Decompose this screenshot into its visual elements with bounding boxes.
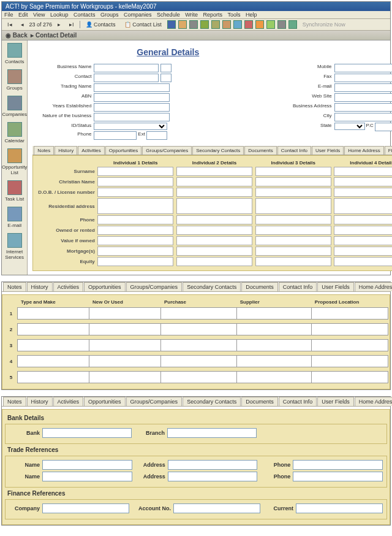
equipment-cell[interactable] — [17, 355, 90, 367]
equipment-cell[interactable] — [311, 339, 388, 351]
sidebar-companies[interactable]: Companies — [2, 96, 27, 117]
tab-documents[interactable]: Documents — [241, 397, 278, 406]
bank-field[interactable] — [42, 428, 132, 438]
business-name-field[interactable] — [94, 64, 159, 72]
equipment-cell[interactable] — [89, 323, 162, 335]
equipment-cell[interactable] — [160, 323, 238, 335]
menu-edit[interactable]: Edit — [18, 12, 28, 18]
tab-activities[interactable]: Activities — [78, 146, 105, 155]
director-cell[interactable] — [334, 236, 392, 245]
print-icon[interactable] — [189, 20, 198, 29]
director-cell[interactable] — [255, 167, 332, 176]
director-cell[interactable] — [334, 177, 392, 186]
menu-schedule[interactable]: Schedule — [157, 12, 180, 18]
paste-icon[interactable] — [222, 20, 231, 29]
menu-reports[interactable]: Reports — [203, 12, 223, 18]
director-cell[interactable] — [176, 167, 253, 176]
tab-notes[interactable]: Notes — [3, 397, 26, 406]
equipment-cell[interactable] — [311, 355, 388, 367]
menu-companies[interactable]: Companies — [124, 12, 152, 18]
menu-help[interactable]: Help — [246, 12, 257, 18]
equipment-cell[interactable] — [236, 307, 312, 320]
equipment-cell[interactable] — [160, 355, 238, 367]
nav-last-button[interactable]: ▸I — [66, 20, 77, 29]
tab-activities[interactable]: Activities — [53, 397, 84, 406]
director-cell[interactable] — [255, 215, 332, 224]
director-cell[interactable] — [176, 236, 253, 245]
nav-next-button[interactable]: ▸ — [55, 20, 64, 29]
tab-history[interactable]: History — [55, 146, 77, 155]
menu-groups[interactable]: Groups — [100, 12, 119, 18]
ext-field[interactable] — [146, 131, 167, 140]
nature-field[interactable] — [94, 113, 170, 121]
tool6-icon[interactable] — [288, 20, 297, 29]
director-cell[interactable] — [334, 257, 392, 266]
contact-lookup[interactable] — [160, 74, 172, 82]
tab-secondary-contacts[interactable]: Secondary Contacts — [183, 282, 241, 291]
director-cell[interactable] — [176, 188, 253, 197]
equipment-cell[interactable] — [89, 307, 162, 320]
tool2-icon[interactable] — [244, 20, 253, 29]
tab-groups-companies[interactable]: Groups/Companies — [126, 282, 183, 291]
tab-user-fields[interactable]: User Fields — [317, 282, 354, 291]
email-field[interactable] — [334, 83, 392, 92]
sidebar-email[interactable]: E-mail — [2, 207, 27, 228]
tab-home-address[interactable]: Home Address — [355, 282, 392, 291]
equipment-cell[interactable] — [17, 307, 90, 320]
current-field[interactable] — [296, 503, 383, 513]
director-cell[interactable] — [97, 188, 174, 197]
tab-user-fields[interactable]: User Fields — [317, 397, 354, 406]
tab-secondary-contacts[interactable]: Secondary Contacts — [183, 397, 241, 406]
equipment-cell[interactable] — [236, 371, 312, 383]
tool4-icon[interactable] — [266, 20, 275, 29]
director-cell[interactable] — [334, 226, 392, 235]
sidebar-tasklist[interactable]: Task List — [2, 180, 27, 202]
state-select[interactable] — [334, 123, 365, 130]
trade-addr1-field[interactable] — [168, 460, 258, 470]
director-cell[interactable] — [334, 188, 392, 197]
years-field[interactable] — [94, 103, 170, 112]
address-field[interactable] — [334, 103, 392, 112]
trade-name2-field[interactable] — [42, 472, 132, 481]
tab-contact-info[interactable]: Contact Info — [277, 146, 311, 155]
director-cell[interactable] — [255, 247, 332, 256]
director-cell[interactable] — [97, 177, 174, 186]
tab-documents[interactable]: Documents — [244, 146, 276, 155]
tool3-icon[interactable] — [255, 20, 264, 29]
open-icon[interactable] — [178, 20, 187, 29]
contacts-view-button[interactable]: 👤 Contacts — [83, 20, 119, 29]
director-cell[interactable] — [97, 198, 174, 214]
tab-documents[interactable]: Documents — [241, 282, 278, 291]
menu-write[interactable]: Write — [185, 12, 198, 18]
equipment-cell[interactable] — [311, 307, 388, 320]
contact-field[interactable] — [94, 74, 159, 82]
export-icon[interactable] — [200, 20, 209, 29]
director-cell[interactable] — [255, 257, 332, 266]
director-cell[interactable] — [176, 226, 253, 235]
tab-user-fields[interactable]: User Fields — [312, 146, 344, 155]
director-cell[interactable] — [334, 167, 392, 176]
equipment-cell[interactable] — [236, 355, 312, 367]
director-cell[interactable] — [176, 198, 253, 214]
copy-icon[interactable] — [211, 20, 220, 29]
save-icon[interactable] — [167, 20, 176, 29]
tab-home-address[interactable]: Home Address — [344, 146, 383, 155]
trade-name1-field[interactable] — [42, 460, 132, 470]
contact-list-button[interactable]: 📋 Contact List — [121, 20, 165, 29]
tab-groups-companies[interactable]: Groups/Companies — [142, 146, 192, 155]
tab-notes[interactable]: Notes — [3, 282, 26, 291]
fax-field[interactable] — [334, 74, 392, 82]
tab-home-address[interactable]: Home Address — [355, 397, 392, 406]
sidebar-calendar[interactable]: Calendar — [2, 122, 27, 144]
phone-field[interactable] — [94, 131, 137, 140]
director-cell[interactable] — [334, 215, 392, 224]
equipment-cell[interactable] — [311, 323, 388, 335]
director-cell[interactable] — [176, 177, 253, 186]
equipment-cell[interactable] — [160, 339, 238, 351]
tab-groups-companies[interactable]: Groups/Companies — [126, 397, 183, 406]
equipment-cell[interactable] — [17, 371, 90, 383]
equipment-cell[interactable] — [89, 371, 162, 383]
equipment-cell[interactable] — [236, 339, 312, 351]
nav-prev-button[interactable]: ◂ — [18, 20, 27, 29]
director-cell[interactable] — [97, 257, 174, 266]
